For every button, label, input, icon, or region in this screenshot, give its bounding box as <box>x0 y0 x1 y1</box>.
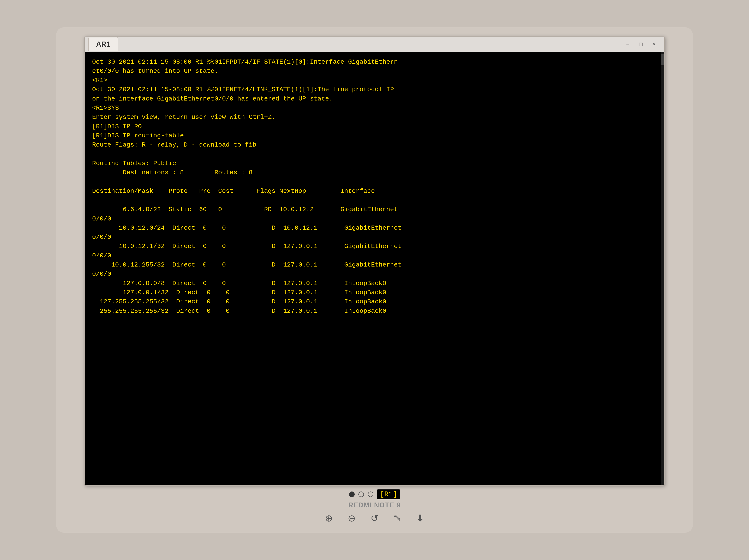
terminal-line: [R1]DIS IP RO <box>92 122 657 131</box>
status-dot-3 <box>368 492 373 497</box>
window-titlebar: AR1 − □ × <box>85 37 664 52</box>
terminal-line: 127.255.255.255/32 Direct 0 0 D 127.0.0.… <box>92 297 657 306</box>
minimize-button[interactable]: − <box>623 40 633 49</box>
terminal-output: Oct 30 2021 02:11:15-08:00 R1 %%01IFPDT/… <box>85 52 664 485</box>
terminal-line: 127.0.0.0/8 Direct 0 0 D 127.0.0.1 InLoo… <box>92 279 657 288</box>
terminal-line: Destinations : 8 Routes : 8 <box>92 168 657 177</box>
refresh-icon[interactable]: ↺ <box>370 513 379 524</box>
status-dot-2 <box>358 492 364 497</box>
terminal-line <box>92 177 657 186</box>
terminal-line: 10.0.12.1/32 Direct 0 0 D 127.0.0.1 Giga… <box>92 242 657 251</box>
terminal-line <box>92 196 657 205</box>
zoom-in-icon[interactable]: ⊕ <box>325 513 333 524</box>
scrollbar[interactable] <box>661 52 664 485</box>
terminal-line: [R1]DIS IP routing-table <box>92 131 657 140</box>
status-row: [R1] <box>349 489 400 499</box>
terminal-line: Oct 30 2021 02:11:15-08:00 R1 %%01IFNET/… <box>92 85 657 94</box>
terminal-line: <R1> <box>92 76 657 85</box>
window-container: AR1 − □ × Oct 30 2021 02:11:15-08:00 R1 … <box>84 37 665 486</box>
status-dot-1 <box>349 492 355 497</box>
window-controls: − □ × <box>623 40 664 49</box>
nav-bar: ⊕ ⊖ ↺ ✎ ⬇ <box>325 513 424 524</box>
terminal-line: Route Flags: R - relay, D - download to … <box>92 140 657 150</box>
phone-frame: AR1 − □ × Oct 30 2021 02:11:15-08:00 R1 … <box>56 27 693 533</box>
terminal-line: Enter system view, return user view with… <box>92 113 657 122</box>
terminal-line: 6.6.4.0/22 Static 60 0 RD 10.0.12.2 Giga… <box>92 205 657 214</box>
device-label: REDMI NOTE 9 <box>348 501 401 509</box>
download-icon[interactable]: ⬇ <box>416 513 424 524</box>
terminal-line: <R1>SYS <box>92 104 657 113</box>
terminal-line: Routing Tables: Public <box>92 159 657 168</box>
edit-icon[interactable]: ✎ <box>393 513 401 524</box>
terminal-prompt[interactable]: [R1] <box>377 489 400 499</box>
terminal-line: 127.0.0.1/32 Direct 0 0 D 127.0.0.1 InLo… <box>92 288 657 297</box>
terminal-line: Oct 30 2021 02:11:15-08:00 R1 %%01IFPDT/… <box>92 58 657 67</box>
terminal-divider: ----------------------------------------… <box>92 150 657 159</box>
bottom-bar: [R1] REDMI NOTE 9 ⊕ ⊖ ↺ ✎ ⬇ <box>56 489 693 524</box>
zoom-out-icon[interactable]: ⊖ <box>348 513 356 524</box>
terminal-line: 0/0/0 <box>92 251 657 260</box>
terminal-line: Destination/Mask Proto Pre Cost Flags Ne… <box>92 186 657 196</box>
terminal-line: 255.255.255.255/32 Direct 0 0 D 127.0.0.… <box>92 307 657 316</box>
terminal-line: 0/0/0 <box>92 233 657 242</box>
terminal-line: et0/0/0 has turned into UP state. <box>92 67 657 76</box>
terminal-line: 10.0.12.0/24 Direct 0 0 D 10.0.12.1 Giga… <box>92 223 657 233</box>
close-button[interactable]: × <box>649 40 659 49</box>
window-tab[interactable]: AR1 <box>88 37 118 51</box>
terminal-line: 0/0/0 <box>92 214 657 223</box>
scrollbar-thumb[interactable] <box>661 54 664 65</box>
terminal-line: 10.0.12.255/32 Direct 0 0 D 127.0.0.1 Gi… <box>92 260 657 270</box>
maximize-button[interactable]: □ <box>636 40 646 49</box>
terminal-line: 0/0/0 <box>92 270 657 279</box>
terminal-line: on the interface GigabitEthernet0/0/0 ha… <box>92 94 657 104</box>
